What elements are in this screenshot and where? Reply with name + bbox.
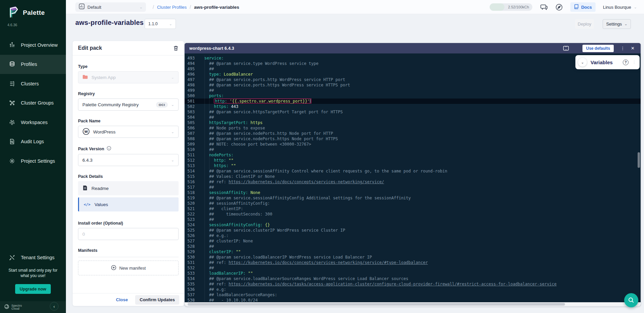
horizontal-scrollbar-track[interactable] — [185, 302, 641, 306]
code-line[interactable]: 502 https: 443 — [185, 104, 641, 109]
document-icon — [83, 185, 87, 192]
code-line[interactable]: 526 ## e.g.: — [185, 233, 641, 238]
code-line[interactable]: 513 https: "" — [185, 163, 641, 168]
code-line[interactable]: 505 httpsTargetPort: https — [185, 120, 641, 125]
code-line[interactable]: 512 http: "" — [185, 158, 641, 163]
split-view-icon[interactable] — [563, 46, 569, 51]
code-line[interactable]: 500 ports: — [185, 93, 641, 99]
code-line[interactable]: 534 ## @param service.loadBalancerSource… — [185, 276, 641, 281]
code-line[interactable]: 522 ## timeoutSeconds: 300 — [185, 211, 641, 217]
confirm-updates-button[interactable]: Confirm Updates — [135, 295, 179, 305]
code-line[interactable]: 523 ## — [185, 217, 641, 222]
vertical-scrollbar[interactable] — [638, 152, 640, 168]
code-line[interactable]: 498 ## @param service.ports.https WordPr… — [185, 82, 641, 88]
code-line[interactable]: 517 ## — [185, 185, 641, 190]
code-line[interactable]: 493 service: — [185, 55, 641, 61]
tab-values[interactable]: </> Values — [78, 197, 179, 211]
new-manifest-button[interactable]: New manifest — [78, 261, 179, 275]
code-line[interactable]: 519 ## @param service.sessionAffinityCon… — [185, 195, 641, 201]
app-window: Palette 4.6.36 Project Overview Profiles — [0, 0, 644, 313]
sidebar-item-audit-logs[interactable]: Audit Logs — [0, 132, 66, 152]
help-search-fab[interactable] — [624, 293, 638, 307]
code-line[interactable]: 529 clusterIP: "" — [185, 249, 641, 255]
code-line[interactable]: 524 sessionAffinityConfig: {} — [185, 222, 641, 228]
code-line[interactable]: 506 ## Node ports to expose — [185, 125, 641, 131]
code-line[interactable]: 508 ## @param service.nodePorts.https No… — [185, 136, 641, 142]
profile-version-select[interactable]: 1.1.0 ⌄ — [145, 19, 176, 29]
editor-kebab-menu-icon[interactable]: ⋮ — [618, 47, 627, 50]
feedback-chat-icon[interactable] — [540, 3, 548, 11]
line-number: 509 — [185, 142, 199, 147]
code-line[interactable]: 511 nodePorts: — [185, 152, 641, 158]
code-line[interactable]: 494 ## @param service.type WordPress ser… — [185, 61, 641, 66]
delete-pack-button[interactable] — [173, 45, 179, 51]
code-line[interactable]: 527 ## clusterIP: None — [185, 238, 641, 244]
sidebar-item-clusters[interactable]: Clusters — [0, 74, 66, 93]
code-line[interactable]: 536 ## e.g: — [185, 287, 641, 292]
code-line[interactable]: 520 ## sessionAffinityConfig: — [185, 201, 641, 206]
code-editor[interactable]: 493 service:494 ## @param service.type W… — [185, 53, 641, 302]
compass-icon[interactable] — [555, 3, 563, 11]
sidebar-collapse-button[interactable]: ‹ — [50, 302, 59, 311]
code-line[interactable]: 533 loadBalancerIP: "" — [185, 271, 641, 276]
settings-button[interactable]: Settings ⌄ — [603, 19, 631, 29]
install-order-input[interactable] — [78, 228, 179, 240]
project-scope-selector[interactable]: Default ⌄ — [75, 2, 146, 12]
info-icon[interactable] — [107, 146, 111, 152]
manifests-label: Manifests — [78, 248, 179, 253]
code-line[interactable]: 515 ## Values: ClientIP or None — [185, 174, 641, 179]
upgrade-button[interactable]: Upgrade now — [15, 284, 51, 294]
close-button[interactable]: Close — [116, 297, 128, 302]
tab-readme[interactable]: Readme — [78, 181, 179, 195]
use-defaults-button[interactable]: Use defaults — [582, 45, 614, 52]
sidebar-item-workspaces[interactable]: Workspaces — [0, 113, 66, 132]
code-line[interactable]: 497 ## @param service.ports.http WordPre… — [185, 77, 641, 82]
sidebar-item-label: Project Settings — [21, 158, 55, 164]
code-line[interactable]: 531 ## ref: https://kubernetes.io/docs/c… — [185, 260, 641, 265]
variables-expand-chevron-icon[interactable]: ⌄ — [578, 58, 587, 67]
code-line[interactable]: 530 ## @param service.loadBalancerIP Wor… — [185, 255, 641, 260]
code-line[interactable]: 507 ## @param service.nodePorts.http Nod… — [185, 131, 641, 136]
code-line[interactable]: 509 ## NOTE: choose port between <30000-… — [185, 142, 641, 147]
code-line[interactable]: 518 sessionAffinity: None — [185, 190, 641, 195]
docs-button[interactable]: Docs — [570, 2, 596, 12]
sidebar-item-project-overview[interactable]: Project Overview — [0, 35, 66, 55]
code-line[interactable]: 514 ## @param service.sessionAffinity Co… — [185, 168, 641, 174]
sidebar-item-cluster-groups[interactable]: Cluster Groups — [0, 93, 66, 113]
code-line[interactable]: 501 http: '{{.spectro.var.wordpress_port… — [185, 99, 641, 104]
code-line[interactable]: 510 ## — [185, 147, 641, 152]
pack-name-select[interactable]: W WordPress ⌄ — [78, 126, 179, 138]
code-line[interactable]: 537 ## loadBalancerSourceRanges: — [185, 292, 641, 298]
deploy-button[interactable]: Deploy — [575, 19, 594, 29]
code-line[interactable]: 525 ## @param service.clusterIP WordPres… — [185, 228, 641, 233]
line-number: 531 — [185, 260, 199, 265]
code-line[interactable]: 499 ## — [185, 88, 641, 93]
code-line[interactable]: 503 ## @param service.httpsTargetPort Ta… — [185, 109, 641, 115]
line-number: 511 — [185, 152, 199, 158]
code-line[interactable]: 496 type: LoadBalancer — [185, 72, 641, 77]
horizontal-scrollbar-thumb[interactable] — [188, 303, 565, 306]
type-value: System App — [91, 75, 168, 80]
code-line[interactable]: 535 ## ref: https://kubernetes.io/docs/t… — [185, 281, 641, 287]
palette-wordmark: Palette — [23, 9, 45, 16]
registry-select[interactable]: Palette Community Registry OCI ⌄ — [78, 99, 179, 111]
chevron-down-icon: ⌄ — [634, 5, 637, 9]
code-line[interactable]: 495 ## — [185, 66, 641, 72]
sidebar-item-tenant-settings[interactable]: Tenant Settings — [0, 250, 66, 265]
code-line[interactable]: 521 ## clientIP: — [185, 206, 641, 211]
editor-close-icon[interactable]: ✕ — [630, 46, 636, 51]
code-line[interactable]: 532 ## — [185, 265, 641, 271]
sidebar-item-profiles[interactable]: Profiles — [0, 55, 66, 74]
code-line[interactable]: 504 ## — [185, 115, 641, 120]
code-line[interactable]: 516 ## ref: https://kubernetes.io/docs/c… — [185, 179, 641, 185]
breadcrumb-cluster-profiles[interactable]: Cluster Profiles — [157, 5, 187, 10]
code-line[interactable]: 538 ## - 10.10.10.0/24 — [185, 298, 641, 302]
variables-kebab-menu-icon[interactable]: ⋮ — [632, 61, 636, 64]
user-menu[interactable]: Linus Bourque ⌄ — [603, 5, 637, 10]
sidebar-item-project-settings[interactable]: Project Settings — [0, 151, 66, 171]
variables-help-icon[interactable]: ? — [623, 60, 629, 65]
palette-logo[interactable]: Palette — [7, 5, 45, 20]
pack-version-select[interactable]: 6.4.3 ⌄ — [78, 154, 179, 166]
code-line[interactable]: 528 ## — [185, 244, 641, 249]
line-number: 530 — [185, 255, 199, 260]
